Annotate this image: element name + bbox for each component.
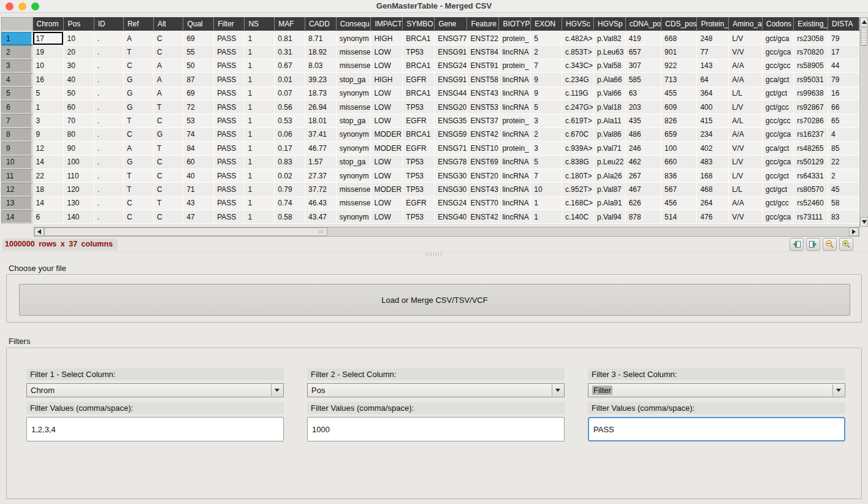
column-header-hgvsp[interactable]: HGVSp (594, 17, 626, 32)
table-cell[interactable]: rs70820 (794, 45, 828, 59)
table-cell[interactable]: 234 (697, 128, 729, 142)
table-cell[interactable]: c.247G> (562, 101, 594, 114)
table-cell[interactable]: 1 (531, 210, 562, 224)
table-cell[interactable]: p.Ala66 (594, 73, 626, 86)
table-cell[interactable]: synonym (337, 128, 371, 142)
table-cell[interactable]: TP53 (403, 210, 435, 224)
table-cell[interactable]: 80 (64, 128, 94, 142)
table-cell[interactable]: 514 (661, 210, 697, 224)
table-cell[interactable]: 50 (183, 59, 214, 73)
table-cell[interactable]: T (154, 197, 183, 210)
table-cell[interactable]: MODER (371, 183, 403, 196)
table-cell[interactable]: 456 (661, 197, 697, 210)
table-cell[interactable]: 26.94 (305, 101, 337, 114)
table-cell[interactable]: EGFR (403, 73, 435, 86)
table-cell[interactable]: 69 (183, 87, 214, 101)
table-cell[interactable]: lincRNA (499, 197, 531, 210)
table-cell[interactable]: T (154, 142, 183, 155)
table-cell[interactable]: gcc/gct (763, 169, 794, 183)
table-cell[interactable]: 60 (64, 101, 94, 114)
table-cell[interactable]: 435 (626, 114, 661, 128)
table-cell[interactable]: L/L (729, 87, 762, 101)
table-cell[interactable]: 140 (64, 210, 94, 224)
table-cell[interactable]: C (154, 183, 183, 196)
table-cell[interactable]: 45 (828, 183, 859, 196)
table-cell[interactable]: rs16237 (794, 128, 828, 142)
table-cell[interactable]: ENST69 (467, 156, 499, 169)
row-header[interactable]: 8 (1, 128, 33, 142)
table-cell[interactable]: 567 (661, 183, 697, 196)
table-cell[interactable]: C (124, 210, 154, 224)
vertical-scrollbar-track[interactable] (860, 47, 868, 217)
minimize-icon[interactable] (18, 2, 26, 10)
table-cell[interactable]: lincRNA (499, 128, 531, 142)
table-cell[interactable]: rs50129 (794, 156, 828, 169)
table-cell[interactable]: 0.01 (275, 73, 305, 86)
table-cell[interactable]: 713 (661, 73, 697, 86)
table-cell[interactable]: ENST42 (467, 128, 499, 142)
table-cell[interactable]: BRCA1 (403, 32, 435, 45)
table-cell[interactable]: T (124, 114, 154, 128)
table-cell[interactable]: 74 (183, 128, 214, 142)
table-cell[interactable]: 30 (64, 59, 94, 73)
table-cell[interactable]: c.619T> (562, 114, 594, 128)
table-cell[interactable]: . (94, 142, 124, 155)
table-cell[interactable]: 1 (245, 210, 275, 224)
table-cell[interactable]: stop_ga (337, 156, 371, 169)
table-cell[interactable]: 1.57 (305, 156, 337, 169)
table-cell[interactable]: p.Val87 (594, 183, 626, 196)
table-cell[interactable]: 836 (661, 169, 697, 183)
table-cell[interactable]: missense (337, 197, 371, 210)
table-cell[interactable]: BRCA1 (403, 128, 435, 142)
table-cell[interactable]: p.Val86 (594, 128, 626, 142)
table-cell[interactable]: A (154, 59, 183, 73)
column-header-existing[interactable]: Existing_ (794, 17, 828, 32)
table-cell[interactable]: p.Val82 (594, 32, 626, 45)
table-cell[interactable]: HIGH (371, 73, 403, 86)
table-cell[interactable]: 419 (626, 32, 661, 45)
table-cell[interactable]: 657 (626, 45, 661, 59)
table-cell[interactable]: 46.43 (305, 197, 337, 210)
table-cell[interactable]: . (94, 197, 124, 210)
table-cell[interactable]: 3 (531, 114, 562, 128)
column-header-pos[interactable]: Pos (64, 17, 94, 32)
table-cell[interactable]: 2 (531, 45, 562, 59)
table-cell[interactable]: 2 (531, 128, 562, 142)
table-cell[interactable]: G (124, 156, 154, 169)
table-cell[interactable]: 19 (33, 45, 64, 59)
row-header[interactable]: 9 (1, 142, 33, 155)
table-cell[interactable]: 0.74 (275, 197, 305, 210)
table-cell[interactable]: 0.81 (275, 32, 305, 45)
table-cell[interactable]: 12 (33, 142, 64, 155)
table-cell[interactable]: LOW (371, 210, 403, 224)
table-cell[interactable]: TP53 (403, 156, 435, 169)
table-cell[interactable]: 7 (531, 59, 562, 73)
table-cell[interactable]: 0.31 (275, 45, 305, 59)
scroll-up-button[interactable] (860, 17, 868, 27)
table-cell[interactable]: ENST20 (467, 169, 499, 183)
table-cell[interactable]: rs52460 (794, 197, 828, 210)
table-cell[interactable]: c.482A> (562, 32, 594, 45)
table-cell[interactable]: PASS (214, 101, 245, 114)
table-cell[interactable]: PASS (214, 73, 245, 86)
column-header-qual[interactable]: Qual (183, 17, 214, 32)
table-cell[interactable]: c.853T> (562, 45, 594, 59)
table-cell[interactable]: protein_ (499, 114, 531, 128)
row-header[interactable]: 3 (1, 59, 33, 73)
column-header-impact[interactable]: IMPACT (371, 17, 403, 32)
table-cell[interactable]: 69 (183, 32, 214, 45)
table-cell[interactable]: 3 (33, 114, 64, 128)
table-cell[interactable]: 9 (531, 87, 562, 101)
table-cell[interactable]: A (124, 32, 154, 45)
table-cell[interactable]: ENSG77 (435, 32, 467, 45)
table-cell[interactable]: 0.02 (275, 169, 305, 183)
table-cell[interactable]: C (154, 32, 183, 45)
scroll-down-button[interactable] (860, 217, 868, 227)
table-cell[interactable]: 483 (697, 156, 729, 169)
table-cell[interactable]: p.Val58 (594, 59, 626, 73)
table-cell[interactable]: 0.58 (275, 210, 305, 224)
table-cell[interactable]: PASS (214, 169, 245, 183)
table-cell[interactable]: synonym (337, 87, 371, 101)
table-cell[interactable]: ENSG91 (435, 45, 467, 59)
table-cell[interactable]: 660 (661, 156, 697, 169)
